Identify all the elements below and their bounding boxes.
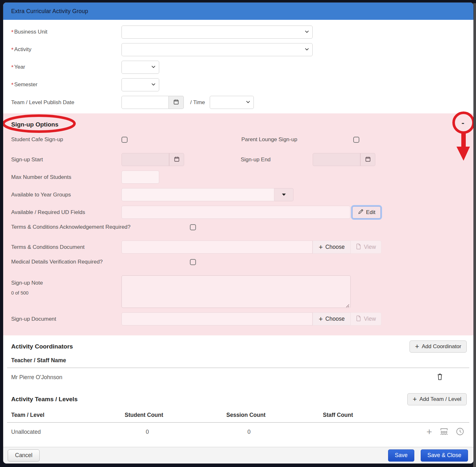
activity-teams-heading: Activity Teams / Levels [11,396,78,403]
publish-time-select[interactable] [210,96,254,109]
business-unit-label: *Business Unit [11,29,121,36]
staff-count-column-header: Staff Count [323,412,412,418]
time-label: / Time [190,99,205,106]
chevron-down-icon [151,82,156,88]
activity-select[interactable] [121,43,313,56]
main-form: *Business Unit *Activity *Year *Semester… [3,20,473,113]
save-and-close-button[interactable]: Save & Close [421,449,468,462]
calendar-icon [174,156,180,163]
semester-label: *Semester [11,81,121,88]
plus-icon: + [426,427,432,437]
signup-start-input[interactable] [121,153,169,166]
signup-note-counter: 0 of 500 [11,290,121,295]
signup-end-calendar-button[interactable] [360,153,375,166]
parent-lounge-checkbox[interactable] [353,137,359,143]
signup-start-calendar-button[interactable] [169,153,184,166]
dialog-footer: Cancel Save Save & Close [3,447,473,463]
cancel-button[interactable]: Cancel [8,449,40,462]
signup-note-textarea[interactable] [121,275,351,308]
signup-options-panel: Sign-up Options - Student Cafe Sign-up P… [3,113,473,335]
add-session-button[interactable]: + [426,427,432,437]
classroom-icon [439,427,449,437]
chevron-down-icon [304,47,309,53]
delete-coordinator-button[interactable] [436,373,443,382]
coordinators-and-teams-section: Activity Coordinators + Add Coordinator … [3,335,473,447]
clock-icon [456,427,464,437]
ud-fields-label: Available / Required UD Fields [11,209,121,216]
parent-lounge-label: Parent Lounge Sign-up [241,136,353,143]
sessions-schedule-button[interactable] [456,427,464,437]
tc-ack-label: Terms & Conditions Acknowledgement Requi… [11,224,190,230]
coordinator-name: Mr Pierre O'Johnson [11,374,62,381]
team-level-column-header: Team / Level [11,412,125,418]
signup-doc-input[interactable] [121,312,313,325]
year-groups-dropdown-button[interactable] [274,188,293,201]
session-count-column-header: Session Count [226,412,323,418]
tc-doc-view-button[interactable]: View [351,241,381,254]
semester-select[interactable] [121,78,159,91]
activity-coordinators-heading: Activity Coordinators [11,343,73,350]
student-count-column-header: Student Count [125,412,226,418]
signup-start-label: Sign-up Start [11,157,121,163]
coordinator-row: Mr Pierre O'Johnson [11,368,467,386]
team-level-cell: Unallocated [11,429,125,435]
tc-doc-input[interactable] [121,241,313,254]
signup-doc-choose-button[interactable]: + Choose [313,312,351,325]
student-cafe-checkbox[interactable] [121,137,128,143]
student-cafe-label: Student Cafe Sign-up [11,136,121,143]
signup-end-input[interactable] [313,153,360,166]
required-marker: * [11,64,13,71]
signup-note-label: Sign-up Note [11,280,121,286]
publish-date-calendar-button[interactable] [169,96,184,109]
year-groups-input[interactable] [121,188,274,201]
collapse-panel-button[interactable]: - [459,119,467,127]
resize-handle-icon[interactable] [346,303,349,307]
session-count-cell: 0 [226,429,323,435]
medical-checkbox[interactable] [190,259,196,265]
calendar-icon [365,156,371,163]
background-right-strip [473,3,476,467]
medical-label: Medical Details Verification Required? [11,259,190,265]
calendar-icon [173,99,179,106]
publish-date-input[interactable] [121,96,169,109]
signup-options-heading: Sign-up Options [11,119,465,128]
required-marker: * [11,46,13,53]
activity-label: *Activity [11,46,121,53]
extra-curricular-activity-group-dialog: Extra Curricular Activity Group *Busines… [3,3,473,463]
pencil-icon [358,209,364,216]
business-unit-select[interactable] [121,26,313,39]
tc-ack-checkbox[interactable] [190,224,196,230]
dialog-header: Extra Curricular Activity Group [3,3,473,20]
signup-doc-label: Sign-up Document [11,316,121,322]
plus-icon: + [413,396,417,403]
plus-icon: + [319,244,323,251]
document-icon [356,315,361,323]
trash-icon [436,373,443,382]
required-marker: * [11,29,13,35]
tc-doc-label: Terms & Conditions Document [11,244,121,250]
add-team-level-button[interactable]: + Add Team / Level [407,393,467,405]
plus-icon: + [415,343,419,350]
max-students-label: Max Number of Students [11,174,121,180]
manage-students-button[interactable] [439,427,449,437]
ud-fields-input[interactable] [121,206,350,219]
signup-end-label: Sign-up End [241,157,313,163]
team-level-row: Unallocated 0 0 + [11,423,467,441]
chevron-down-icon [151,64,156,71]
publish-date-label: Team / Level Publish Date [11,99,121,106]
year-groups-label: Available to Year Groups [11,192,121,198]
chevron-down-icon [304,29,309,35]
chevron-down-icon [246,99,251,106]
year-label: *Year [11,64,121,71]
add-coordinator-button[interactable]: + Add Coordinator [410,341,467,353]
document-icon [356,243,361,251]
edit-ud-fields-button[interactable]: Edit [352,206,381,218]
save-button[interactable]: Save [388,449,414,462]
teacher-staff-column-header: Teacher / Staff Name [11,357,467,368]
plus-icon: + [319,316,323,323]
tc-doc-choose-button[interactable]: + Choose [313,241,351,254]
max-students-input[interactable] [121,171,159,184]
year-select[interactable] [121,61,159,74]
signup-doc-view-button[interactable]: View [351,312,381,325]
caret-down-icon [282,192,286,197]
